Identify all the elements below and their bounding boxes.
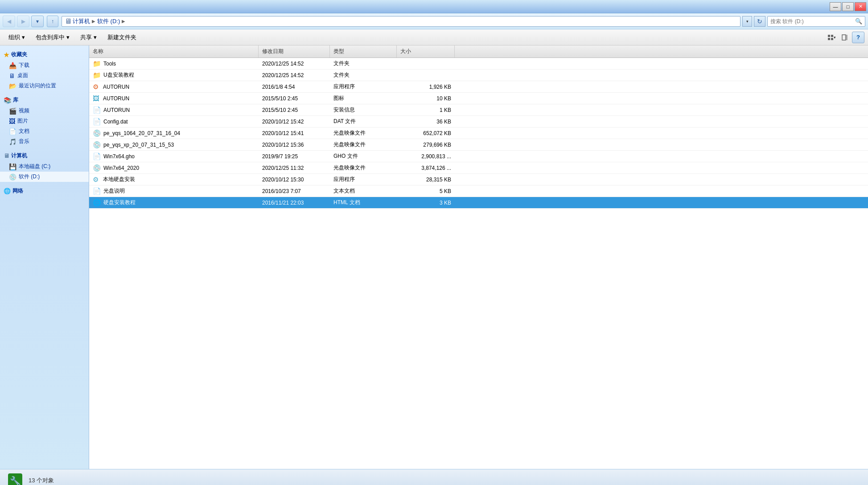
minimize-button[interactable]: —: [830, 2, 841, 11]
downloads-label: 下载: [19, 62, 29, 69]
file-type-cell: 光盘映像文件: [330, 162, 397, 173]
recent-label: 最近访问的位置: [19, 82, 56, 90]
file-size-cell: 1 KB: [397, 104, 455, 115]
file-type-icon: 🖼: [93, 95, 101, 102]
svg-text:🔧: 🔧: [10, 476, 21, 485]
column-size-header[interactable]: 大小: [397, 45, 455, 58]
view-change-button[interactable]: ▾: [825, 32, 838, 43]
search-icon[interactable]: 🔍: [855, 18, 862, 25]
table-row[interactable]: 📄 Config.dat 2020/10/12 15:42 DAT 文件 36 …: [89, 116, 868, 127]
file-type-cell: 安装信息: [330, 104, 397, 115]
local-c-label: 本地磁盘 (C:): [19, 163, 50, 170]
file-size-cell: 2,900,813 ...: [397, 151, 455, 162]
file-name-cell: 🌐 硬盘安装教程: [89, 197, 259, 208]
star-icon: ★: [4, 51, 9, 58]
file-name-cell: 📄 Win7x64.gho: [89, 151, 259, 162]
file-name: 本地硬盘安装: [103, 176, 135, 183]
include-library-button[interactable]: 包含到库中 ▾: [31, 31, 74, 44]
file-name: U盘安装教程: [103, 71, 134, 79]
library-icon: 📚: [4, 97, 11, 104]
table-row[interactable]: 📄 AUTORUN 2015/5/10 2:45 安装信息 1 KB: [89, 104, 868, 116]
sidebar-library-header[interactable]: 📚 库: [0, 95, 89, 106]
file-name: pe_yqs_xp_20_07_31_15_53: [103, 142, 174, 148]
sidebar-item-software-d[interactable]: 💿 软件 (D:): [0, 172, 89, 182]
sidebar-item-video[interactable]: 🎬 视频: [0, 106, 89, 116]
file-type-icon: 📄: [93, 152, 101, 160]
file-date-cell: 2015/5/10 2:45: [259, 104, 330, 115]
sidebar-item-recent[interactable]: 📂 最近访问的位置: [0, 81, 89, 91]
status-count-text: 13 个对象: [29, 477, 54, 485]
column-date-header[interactable]: 修改日期: [259, 45, 330, 58]
drive-c-icon: 💾: [9, 163, 16, 170]
table-row[interactable]: 📁 U盘安装教程 2020/12/25 14:52 文件夹: [89, 70, 868, 81]
file-name: Tools: [103, 61, 116, 67]
table-row[interactable]: 💿 pe_yqs_1064_20_07_31_16_04 2020/10/12 …: [89, 127, 868, 139]
table-row[interactable]: 💿 Win7x64_2020 2020/12/25 11:32 光盘映像文件 3…: [89, 162, 868, 174]
table-row[interactable]: 📄 光盘说明 2016/10/23 7:07 文本文档 5 KB: [89, 185, 868, 197]
file-size-cell: 3 KB: [397, 197, 455, 208]
recent-button[interactable]: ▾: [31, 16, 44, 27]
file-name-cell: ⚙ 本地硬盘安装: [89, 174, 259, 185]
table-row[interactable]: 📄 Win7x64.gho 2019/9/7 19:25 GHO 文件 2,90…: [89, 151, 868, 162]
help-button[interactable]: ?: [852, 32, 864, 43]
preview-pane-button[interactable]: [839, 32, 851, 43]
file-name: AUTORUN: [103, 84, 129, 90]
sidebar: ★ 收藏夹 📥 下载 🖥 桌面 📂 最近访问的位置 📚 库: [0, 45, 89, 469]
organize-button[interactable]: 组织 ▾: [4, 31, 30, 44]
search-input[interactable]: [770, 18, 853, 25]
sidebar-favorites-header[interactable]: ★ 收藏夹: [0, 49, 89, 60]
sidebar-favorites-section: ★ 收藏夹 📥 下载 🖥 桌面 📂 最近访问的位置: [0, 49, 89, 91]
column-type-header[interactable]: 类型: [330, 45, 397, 58]
share-dropdown-icon: ▾: [94, 34, 97, 41]
sidebar-item-document[interactable]: 📄 文档: [0, 126, 89, 136]
sidebar-item-desktop[interactable]: 🖥 桌面: [0, 70, 89, 81]
refresh-button[interactable]: ↻: [754, 16, 765, 27]
svg-rect-5: [846, 35, 847, 40]
file-name-cell: 📁 U盘安装教程: [89, 70, 259, 81]
file-type-icon: 📄: [93, 106, 101, 114]
sidebar-network-header[interactable]: 🌐 网络: [0, 185, 89, 197]
sidebar-library-section: 📚 库 🎬 视频 🖼 图片 📄 文档 🎵 音乐: [0, 95, 89, 147]
file-date-cell: 2019/9/7 19:25: [259, 151, 330, 162]
sidebar-item-downloads[interactable]: 📥 下载: [0, 60, 89, 70]
maximize-button[interactable]: □: [842, 2, 854, 11]
title-bar: — □ ✕: [0, 0, 868, 13]
file-date-cell: 2020/10/12 15:41: [259, 127, 330, 139]
computer-icon: 🖥: [4, 152, 9, 159]
table-row[interactable]: 🖼 AUTORUN 2015/5/10 2:45 图标 10 KB: [89, 93, 868, 104]
file-type-icon: ⚙: [93, 83, 101, 91]
table-row[interactable]: 💿 pe_yqs_xp_20_07_31_15_53 2020/10/12 15…: [89, 139, 868, 151]
downloads-icon: 📥: [9, 62, 16, 69]
search-bar: 🔍: [767, 16, 865, 27]
forward-button[interactable]: ▶: [17, 16, 29, 27]
sidebar-item-local-c[interactable]: 💾 本地磁盘 (C:): [0, 161, 89, 172]
table-row[interactable]: 📁 Tools 2020/12/25 14:52 文件夹: [89, 58, 868, 70]
file-date-cell: 2020/10/12 15:42: [259, 116, 330, 127]
close-button[interactable]: ✕: [855, 2, 866, 11]
column-name-header[interactable]: 名称: [89, 45, 259, 58]
file-name: Win7x64.gho: [103, 153, 135, 160]
file-size-cell: 10 KB: [397, 93, 455, 104]
up-button[interactable]: ↑: [47, 16, 58, 27]
svg-rect-3: [831, 38, 833, 40]
table-row[interactable]: ⚙ AUTORUN 2016/1/8 4:54 应用程序 1,926 KB: [89, 81, 868, 93]
breadcrumb-item-drive[interactable]: 软件 (D:): [97, 17, 120, 25]
sidebar-computer-header[interactable]: 🖥 计算机: [0, 150, 89, 161]
new-folder-button[interactable]: 新建文件夹: [103, 31, 141, 44]
file-name: pe_yqs_1064_20_07_31_16_04: [103, 130, 180, 136]
address-dropdown-button[interactable]: ▾: [742, 16, 752, 27]
share-label: 共享: [80, 33, 92, 41]
share-button[interactable]: 共享 ▾: [75, 31, 102, 44]
table-row[interactable]: ⚙ 本地硬盘安装 2020/10/12 15:30 应用程序 28,315 KB: [89, 174, 868, 185]
file-type-icon: ⚙: [93, 176, 101, 184]
file-type-cell: GHO 文件: [330, 151, 397, 162]
file-type-icon: 📄: [93, 118, 101, 126]
breadcrumb-item-computer[interactable]: 计算机: [73, 17, 90, 25]
image-icon: 🖼: [9, 118, 15, 125]
table-row[interactable]: 🌐 硬盘安装教程 2016/11/21 22:03 HTML 文档 3 KB: [89, 197, 868, 209]
file-name-cell: 🖼 AUTORUN: [89, 93, 259, 104]
sidebar-item-music[interactable]: 🎵 音乐: [0, 136, 89, 147]
back-button[interactable]: ◀: [3, 16, 15, 27]
main-area: ★ 收藏夹 📥 下载 🖥 桌面 📂 最近访问的位置 📚 库: [0, 45, 868, 469]
sidebar-item-image[interactable]: 🖼 图片: [0, 116, 89, 126]
